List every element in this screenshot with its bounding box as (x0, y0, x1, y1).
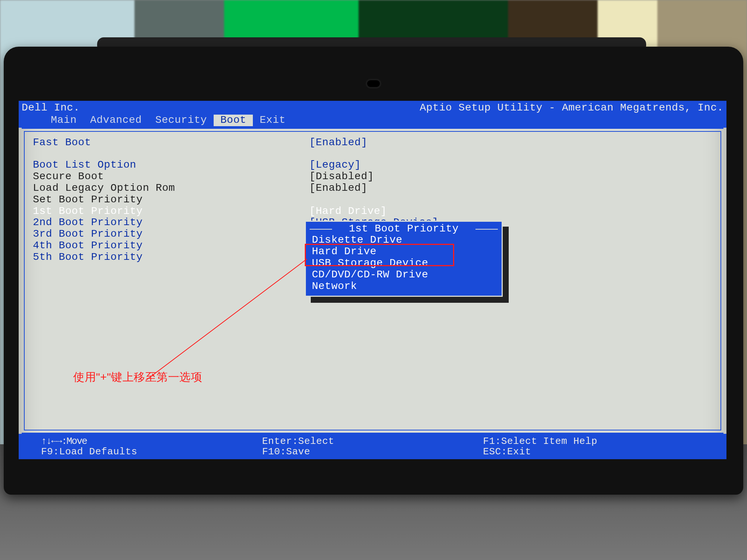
setting-label: Set Boot Priority (33, 194, 309, 206)
tab-main[interactable]: Main (44, 115, 83, 126)
setting-label: Load Legacy Option Rom (33, 183, 309, 194)
setting-1st-boot-priority[interactable]: 1st Boot Priority [Hard Drive] (33, 206, 712, 217)
setting-secure-boot[interactable]: Secure Boot [Disabled] (33, 171, 712, 183)
setting-label: 4th Boot Priority (33, 240, 309, 252)
utility-title: Aptio Setup Utility - American Megatrend… (420, 102, 723, 114)
popup-item-network[interactable]: Network (306, 281, 502, 292)
tab-security[interactable]: Security (149, 115, 214, 126)
help-move: ↑↓←→:Move (41, 436, 262, 447)
laptop-camera (367, 80, 380, 87)
setting-label: 3rd Boot Priority (33, 228, 309, 240)
setting-value: [Enabled] (309, 183, 368, 194)
tab-exit[interactable]: Exit (253, 115, 292, 126)
bios-panel-inner: Fast Boot [Enabled] Boot List Option [Le… (24, 131, 721, 430)
help-f9: F9:Load Defaults (41, 447, 262, 457)
bios-footer: ↑↓←→:Move Enter:Select F1:Select Item He… (19, 434, 726, 459)
annotation-arrow-line (146, 259, 307, 381)
setting-value: [Hard Drive] (309, 206, 387, 217)
setting-load-legacy-option-rom[interactable]: Load Legacy Option Rom [Enabled] (33, 183, 712, 194)
setting-label: Fast Boot (33, 137, 309, 149)
tab-advanced[interactable]: Advanced (83, 115, 148, 126)
setting-label: 5th Boot Priority (33, 252, 309, 263)
setting-set-boot-priority: Set Boot Priority (33, 194, 712, 206)
annotation-text: 使用"+"键上移至第一选项 (73, 371, 202, 383)
setting-value: [Legacy] (309, 159, 361, 171)
help-f1: F1:Select Item Help (483, 436, 704, 447)
setting-label: 2nd Boot Priority (33, 217, 309, 228)
setting-label: 1st Boot Priority (33, 206, 309, 217)
setting-fast-boot[interactable]: Fast Boot [Enabled] (33, 137, 712, 149)
popup-item-diskette[interactable]: Diskette Drive (306, 234, 502, 246)
popup-item-usb[interactable]: USB Storage Device (306, 258, 502, 269)
setting-value: [Enabled] (309, 137, 368, 149)
boot-priority-popup: 1st Boot Priority Diskette Drive Hard Dr… (305, 221, 503, 297)
popup-item-hard-drive[interactable]: Hard Drive (306, 246, 502, 258)
popup-title: 1st Boot Priority (306, 223, 502, 235)
tab-boot[interactable]: Boot (214, 115, 253, 126)
spacer (33, 148, 712, 159)
setting-value: [Disabled] (309, 171, 374, 183)
setting-label: Secure Boot (33, 171, 309, 183)
help-esc: ESC:Exit (483, 447, 704, 457)
bios-tabs: Main Advanced Security Boot Exit (22, 114, 723, 128)
bios-screen: Dell Inc. Aptio Setup Utility - American… (19, 101, 726, 459)
bios-panel: Fast Boot [Enabled] Boot List Option [Le… (22, 128, 723, 434)
help-enter: Enter:Select (262, 436, 483, 447)
setting-label: Boot List Option (33, 159, 309, 171)
bios-header: Dell Inc. Aptio Setup Utility - American… (19, 101, 726, 128)
popup-item-cddvd[interactable]: CD/DVD/CD-RW Drive (306, 269, 502, 281)
help-f10: F10:Save (262, 447, 483, 457)
setting-boot-list-option[interactable]: Boot List Option [Legacy] (33, 159, 712, 171)
vendor-label: Dell Inc. (22, 102, 80, 114)
